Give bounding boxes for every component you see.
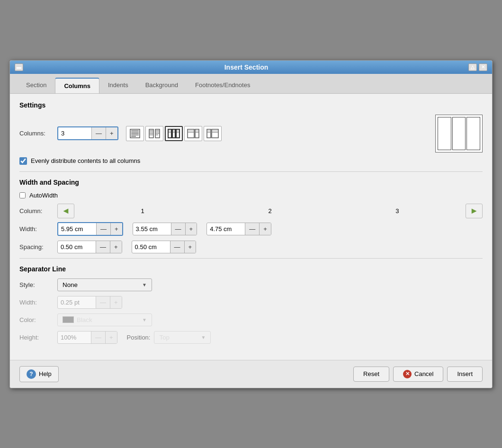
spacing2-group: — + [132, 241, 197, 253]
svg-rect-8 [150, 130, 153, 131]
reset-button[interactable]: Reset [353, 367, 389, 382]
svg-rect-4 [131, 134, 139, 135]
column-layout-icons [126, 126, 222, 141]
width2-decrement[interactable]: — [171, 223, 185, 235]
style-value: None [63, 281, 78, 288]
height-increment: + [105, 332, 117, 343]
svg-rect-17 [172, 129, 175, 138]
col-num-3: 3 [395, 207, 399, 215]
width1-spinbox[interactable]: — + [57, 222, 123, 236]
height-position-row: Height: — + Position: Top ▼ [19, 331, 483, 344]
spacing2-spinbox[interactable]: — + [132, 241, 197, 253]
color-value: Black [77, 316, 92, 323]
tab-columns[interactable]: Columns [55, 78, 99, 93]
width2-input[interactable] [133, 224, 171, 234]
action-buttons: Reset ✕ Cancel Insert [353, 367, 483, 382]
position-dropdown: Top ▼ [154, 331, 211, 344]
position-value: Top [159, 334, 170, 341]
spacing2-decrement[interactable]: — [170, 241, 184, 253]
svg-rect-24 [177, 132, 179, 133]
svg-rect-20 [169, 132, 171, 133]
tab-content: Settings Columns: — + [10, 94, 492, 356]
footer: ? Help Reset ✕ Cancel Insert [10, 360, 492, 388]
evenly-distribute-row: Evenly distribute contents to all column… [19, 157, 483, 165]
svg-rect-32 [212, 129, 218, 138]
layout-1col-icon[interactable] [126, 126, 144, 141]
col-num-1: 1 [141, 207, 144, 215]
columns-increment[interactable]: + [106, 127, 117, 139]
close-button[interactable]: ✕ [479, 63, 487, 71]
spacing2-input[interactable] [132, 242, 170, 252]
width3-increment[interactable]: + [259, 223, 271, 235]
separator-heading: Separator Line [19, 265, 483, 273]
width3-input[interactable] [207, 224, 245, 234]
spacing1-decrement[interactable]: — [96, 241, 110, 253]
svg-rect-1 [131, 130, 139, 131]
settings-divider [19, 171, 483, 172]
window-title: Insert Section [24, 63, 468, 71]
width1-input[interactable] [58, 224, 96, 234]
help-button[interactable]: ? Help [19, 366, 59, 382]
svg-rect-22 [173, 132, 175, 133]
layout-right-wide-icon[interactable] [204, 126, 222, 141]
spacing-row: Spacing: — + — + [19, 241, 483, 253]
cancel-button[interactable]: ✕ Cancel [393, 367, 443, 382]
columns-spinbox[interactable]: — + [57, 126, 118, 140]
column-prev-button[interactable]: ◄ [57, 204, 74, 218]
layout-2col-icon[interactable] [145, 126, 163, 141]
svg-rect-3 [131, 133, 139, 134]
width-spacing-heading: Width and Spacing [19, 179, 483, 186]
width2-increment[interactable]: + [185, 223, 197, 235]
sep-width-decrement: — [96, 296, 110, 308]
layout-left-wide-icon[interactable] [184, 126, 202, 141]
spacing2-increment[interactable]: + [184, 241, 196, 253]
position-dropdown-arrow: ▼ [201, 335, 206, 340]
spacing1-input[interactable] [58, 242, 96, 252]
tab-indents[interactable]: Indents [99, 78, 137, 93]
height-label: Height: [19, 334, 57, 341]
autowidth-checkbox[interactable] [19, 192, 26, 198]
separator-section: Separator Line Style: None ▼ Width: — + [19, 265, 483, 344]
svg-rect-36 [212, 132, 218, 133]
width1-decrement[interactable]: — [96, 223, 110, 235]
position-label: Position: [127, 334, 151, 341]
col-num-2: 2 [268, 207, 271, 215]
height-decrement: — [91, 332, 105, 343]
style-dropdown-arrow: ▼ [142, 282, 147, 287]
width2-group: — + [133, 223, 197, 235]
columns-input[interactable] [58, 128, 91, 139]
insert-button[interactable]: Insert [447, 367, 483, 382]
color-row: Color: Black ▼ [19, 314, 483, 326]
help-icon: ? [27, 369, 36, 379]
tab-section[interactable]: Section [18, 78, 55, 93]
evenly-distribute-checkbox[interactable] [19, 157, 27, 165]
settings-heading: Settings [19, 101, 483, 109]
column-nav-label: Column: [19, 207, 57, 215]
column-next-button[interactable]: ► [466, 204, 483, 218]
svg-rect-18 [176, 129, 179, 138]
spacing1-spinbox[interactable]: — + [57, 241, 122, 253]
width-row: Width: — + — + — [19, 222, 483, 236]
width3-decrement[interactable]: — [245, 223, 259, 235]
width3-spinbox[interactable]: — + [206, 223, 271, 235]
tab-background[interactable]: Background [137, 78, 187, 93]
style-dropdown[interactable]: None ▼ [57, 278, 152, 291]
titlebar: ▬ Insert Section △ ✕ [10, 61, 492, 74]
tab-bar: Section Columns Indents Background Footn… [10, 74, 492, 94]
sep-width-spinbox: — + [57, 296, 122, 309]
style-row: Style: None ▼ [19, 278, 483, 291]
svg-rect-9 [150, 132, 153, 133]
restore-button[interactable]: △ [468, 63, 477, 71]
color-label: Color: [19, 316, 57, 323]
width-divider [19, 258, 483, 259]
sep-width-input [58, 297, 96, 308]
system-menu-button[interactable]: ▬ [15, 63, 23, 71]
width2-spinbox[interactable]: — + [133, 223, 197, 235]
columns-decrement[interactable]: — [91, 127, 106, 139]
spacing-label: Spacing: [19, 243, 57, 251]
layout-3col-icon[interactable] [165, 126, 183, 141]
spacing1-increment[interactable]: + [110, 241, 122, 253]
width1-increment[interactable]: + [110, 223, 122, 235]
tab-footnotes[interactable]: Footnotes/Endnotes [187, 78, 259, 93]
sep-width-increment: + [110, 296, 122, 308]
